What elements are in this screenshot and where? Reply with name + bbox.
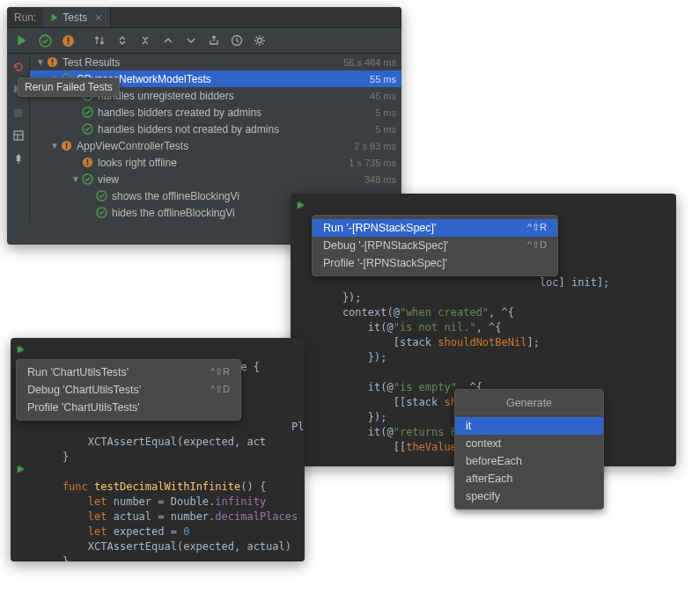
code-token: XCTAssertEqual(: [37, 540, 183, 553]
test-tree-row[interactable]: handles bidders created by admins5 ms: [30, 104, 401, 121]
code-token: "when created": [400, 306, 489, 319]
code-token: func: [37, 480, 94, 493]
code-token: it(@: [317, 321, 394, 334]
next-failed-button[interactable]: [180, 30, 202, 51]
gutter-run-icon[interactable]: [16, 345, 26, 356]
code-token: ,: [234, 540, 247, 553]
code-token: decimalPlaces: [215, 510, 298, 523]
expand-arrow-icon[interactable]: ▼: [35, 57, 46, 67]
test-tree-row[interactable]: ▼view348 ms: [30, 171, 401, 187]
settings-button[interactable]: [248, 30, 271, 51]
menu-item-shortcut: ^⇧D: [210, 384, 230, 396]
test-duration: 1 s 735 ms: [349, 158, 396, 168]
run-tab-tests[interactable]: Tests: [43, 7, 111, 27]
test-tree-row[interactable]: ▼AppViewControllerTests2 s 83 ms: [30, 137, 401, 154]
code-token: });: [317, 411, 386, 423]
test-name: AppViewControllerTests: [77, 140, 354, 152]
layout-button[interactable]: [9, 126, 28, 145]
menu-item[interactable]: beforeEach: [455, 452, 603, 470]
code-token: "returns 0: [394, 426, 457, 438]
run-button[interactable]: [11, 30, 33, 51]
code-token: Pl: [291, 421, 304, 433]
code-token: 0: [183, 525, 189, 538]
test-duration: 46 ms: [370, 91, 396, 101]
expand-arrow-icon[interactable]: ▼: [49, 141, 60, 150]
code-token: actual: [114, 510, 151, 523]
stop-button[interactable]: [9, 103, 28, 122]
play-icon: [50, 13, 59, 22]
menu-item-label: context: [466, 437, 501, 450]
pin-button[interactable]: [9, 149, 28, 168]
test-toolbar: [7, 28, 401, 54]
code-token: let: [37, 510, 114, 523]
history-button[interactable]: [225, 30, 248, 51]
code-token: =: [165, 525, 184, 538]
code-token: number: [114, 495, 151, 508]
code-token: "is empty": [394, 381, 457, 393]
menu-item-label: it: [466, 420, 471, 432]
pass-icon: [81, 172, 94, 186]
menu-item-label: Run 'ChartUtilsTests': [27, 366, 129, 378]
menu-item[interactable]: specify: [455, 488, 603, 505]
code-token: expected: [183, 436, 234, 448]
test-tree-row[interactable]: ▼Test Results56 s 464 ms: [30, 54, 401, 70]
run-tab-label: Tests: [63, 11, 87, 24]
test-name: looks right offline: [98, 157, 349, 169]
menu-item-shortcut: ^⇧R: [210, 366, 230, 378]
context-menu-run-spec[interactable]: Run '-[RPNStackSpec]'^⇧RDebug '-[RPNStac…: [312, 215, 558, 276]
menu-item[interactable]: it: [455, 417, 603, 435]
gutter-run-icon[interactable]: [16, 465, 26, 475]
warn-icon: [60, 139, 73, 152]
test-name: handles unregistered bidders: [98, 90, 370, 102]
sort-button[interactable]: [88, 30, 111, 51]
warn-icon: [46, 55, 59, 69]
prev-failed-button[interactable]: [157, 30, 180, 51]
test-name: Test Results: [63, 56, 343, 69]
menu-item[interactable]: Profile '-[RPNStackSpec]': [313, 254, 557, 272]
menu-item-shortcut: ^⇧R: [527, 222, 547, 234]
generate-menu[interactable]: GenerateitcontextbeforeEachafterEachspec…: [454, 389, 604, 510]
code-token: context(@: [317, 306, 400, 319]
code-token: }: [37, 451, 69, 463]
test-duration: 56 s 464 ms: [343, 57, 396, 68]
menu-item-label: specify: [466, 490, 500, 502]
context-menu-run-class[interactable]: Run 'ChartUtilsTests'^⇧RDebug 'ChartUtil…: [16, 359, 241, 421]
code-token: infinity: [215, 495, 266, 508]
toggle-ignored-button[interactable]: [56, 30, 79, 51]
menu-item[interactable]: Run '-[RPNStackSpec]'^⇧R: [313, 219, 557, 237]
code-token: [[: [317, 441, 406, 453]
test-name: CBypassNetworkModelTests: [77, 73, 370, 85]
expand-all-button[interactable]: [111, 30, 134, 51]
test-duration: 2 s 83 ms: [354, 141, 396, 151]
code-token: ];: [526, 336, 539, 348]
menu-item[interactable]: afterEach: [455, 470, 603, 488]
expand-arrow-icon[interactable]: ▼: [70, 174, 81, 184]
test-tree-row[interactable]: handles bidders not created by admins5 m…: [30, 121, 401, 137]
export-button[interactable]: [202, 30, 225, 51]
close-icon[interactable]: [94, 13, 103, 22]
menu-item-label: afterEach: [466, 473, 513, 485]
code-token: [stack: [317, 336, 438, 348]
menu-item[interactable]: Debug 'ChartUtilsTests'^⇧D: [17, 381, 240, 399]
collapse-all-button[interactable]: [134, 30, 157, 51]
menu-item[interactable]: Run 'ChartUtilsTests'^⇧R: [17, 363, 240, 381]
test-duration: 5 ms: [375, 107, 396, 118]
test-duration: 348 ms: [364, 174, 396, 185]
menu-item-label: Debug 'ChartUtilsTests': [27, 384, 141, 396]
code-token: shouldNotBeNil: [438, 336, 526, 348]
code-token: () {: [240, 480, 266, 493]
code-token: let: [37, 495, 114, 508]
run-header: Run: Tests: [7, 7, 401, 28]
menu-item-label: Run '-[RPNStackSpec]': [323, 222, 436, 234]
test-tree-row[interactable]: looks right offline1 s 735 ms: [30, 154, 401, 171]
menu-item[interactable]: Debug '-[RPNStackSpec]'^⇧D: [313, 237, 557, 254]
menu-item[interactable]: Profile 'ChartUtilsTests': [17, 399, 240, 416]
menu-item-label: Profile '-[RPNStackSpec]': [323, 257, 447, 269]
code-token: = number.: [151, 510, 215, 523]
toggle-pass-button[interactable]: [33, 30, 56, 51]
menu-item[interactable]: context: [455, 435, 603, 452]
run-label: Run:: [7, 11, 43, 24]
gutter-run-icon[interactable]: [296, 201, 306, 211]
rerun-failed-button[interactable]: [9, 57, 28, 77]
test-name: view: [98, 173, 364, 186]
